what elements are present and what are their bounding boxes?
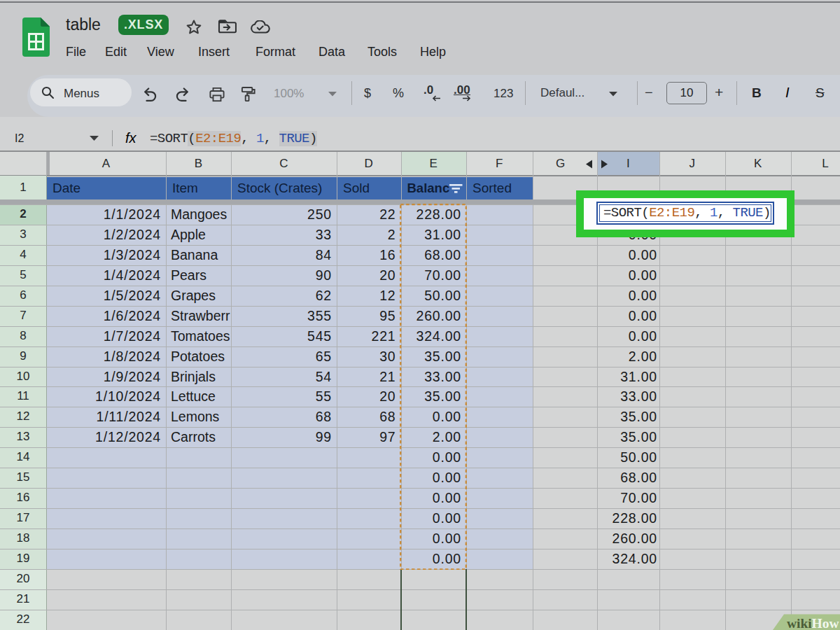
svg-text:How: How [812,616,839,630]
svg-text:wiki: wiki [787,616,812,630]
